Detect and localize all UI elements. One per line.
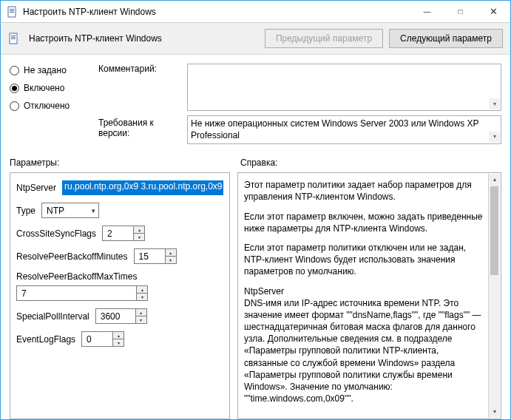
comment-textarea[interactable]: ▾ [187,64,501,111]
resolvepeerbackoffmaxtimes-input[interactable]: 7 ▴▾ [16,285,148,301]
resolvepeerbackoffmaxtimes-label: ResolvePeerBackoffMaxTimes [16,271,223,282]
spin-value: 15 [139,251,149,262]
window-title: Настроить NTP-клиент Windows [23,7,410,17]
spin-down-icon[interactable]: ▾ [166,257,176,263]
scroll-down-icon[interactable]: ▾ [489,406,500,418]
spin-down-icon[interactable]: ▾ [136,316,146,323]
spin-value: 3600 [101,311,121,322]
spin-value: 0 [87,334,92,345]
crosssitesyncflags-label: CrossSiteSyncFlags [16,228,96,239]
toolbar: Настроить NTP-клиент Windows Предыдущий … [1,23,510,55]
params-section-label: Параметры: [10,158,230,168]
chevron-down-icon: ▾ [92,207,95,214]
scrollbar[interactable]: ▴ ▾ [488,174,500,418]
svg-rect-1 [10,9,14,10]
close-button[interactable]: ✕ [477,1,510,22]
svg-rect-3 [10,12,14,13]
scroll-up-icon[interactable]: ▴ [489,174,500,186]
specialpollinterval-input[interactable]: 3600 ▴▾ [95,308,147,324]
crosssitesyncflags-input[interactable]: 2 ▴▾ [102,226,145,241]
help-subhead: NtpServer [244,286,284,297]
radio-label: Включено [24,83,64,93]
spin-up-icon[interactable]: ▴ [113,332,123,339]
gpo-editor-window: Настроить NTP-клиент Windows — □ ✕ Настр… [0,0,511,420]
spin-down-icon[interactable]: ▾ [134,234,144,240]
radio-icon [10,101,19,111]
resolvepeerbackoffminutes-label: ResolvePeerBackoffMinutes [16,251,128,262]
help-body: DNS-имя или IP-адрес источника времени N… [244,298,481,404]
type-select[interactable]: NTP ▾ [41,203,99,218]
state-disabled[interactable]: Отключено [10,101,98,111]
eventlogflags-input[interactable]: 0 ▴▾ [81,331,124,347]
spin-down-icon[interactable]: ▾ [137,294,147,300]
type-value: NTP [47,206,64,216]
spin-up-icon[interactable]: ▴ [136,309,146,316]
spin-up-icon[interactable]: ▴ [166,249,176,257]
chevron-down-icon[interactable]: ▾ [489,132,500,143]
spin-up-icon[interactable]: ▴ [134,226,144,234]
svg-rect-7 [11,38,16,39]
chevron-down-icon[interactable]: ▾ [489,98,500,109]
state-enabled[interactable]: Включено [10,83,98,93]
requirements-label: Требования к версии: [98,115,187,138]
state-not-configured[interactable]: Не задано [10,65,98,75]
minimize-button[interactable]: — [410,1,444,22]
policy-icon [8,33,20,44]
requirements-box: Не ниже операционных систем Windows Serv… [187,115,501,144]
spin-value: 2 [107,228,112,239]
type-label: Type [16,206,35,216]
radio-icon [10,84,19,93]
radio-icon [10,66,19,75]
svg-rect-6 [11,37,16,38]
params-panel: NtpServer ru.pool.ntp.org,0x9 3.ru.pool.… [10,172,230,419]
help-text: Если этот параметр включен, можно задать… [244,211,484,234]
spin-up-icon[interactable]: ▴ [137,286,147,294]
help-panel: Этот параметр политики задает набор пара… [237,172,501,419]
radio-label: Отключено [24,101,70,111]
spin-value: 7 [21,288,27,299]
spin-down-icon[interactable]: ▾ [113,339,123,346]
ntpserver-label: NtpServer [16,183,56,193]
requirements-text: Не ниже операционных систем Windows Serv… [191,118,478,140]
comment-label: Комментарий: [98,64,187,74]
eventlogflags-label: EventLogFlags [16,334,75,345]
previous-setting-button[interactable]: Предыдущий параметр [265,29,383,48]
help-text: Этот параметр политики задает набор пара… [244,179,484,203]
ntpserver-input[interactable]: ru.pool.ntp.org,0x9 3.ru.pool.ntp.org,0x… [62,180,223,195]
specialpollinterval-label: SpecialPollInterval [16,311,89,322]
maximize-button[interactable]: □ [444,1,477,22]
titlebar: Настроить NTP-клиент Windows — □ ✕ [1,1,510,23]
svg-rect-5 [11,35,16,36]
help-section-label: Справка: [230,158,501,168]
policy-icon [7,6,18,18]
resolvepeerbackoffminutes-input[interactable]: 15 ▴▾ [134,248,177,264]
svg-rect-2 [10,10,14,11]
radio-label: Не задано [24,65,67,75]
scroll-thumb[interactable] [490,186,498,275]
next-setting-button[interactable]: Следующий параметр [389,29,503,48]
toolbar-heading: Настроить NTP-клиент Windows [29,33,162,44]
help-text: NtpServer DNS-имя или IP-адрес источника… [244,285,484,405]
help-text: Если этот параметр политики отключен или… [244,242,484,278]
